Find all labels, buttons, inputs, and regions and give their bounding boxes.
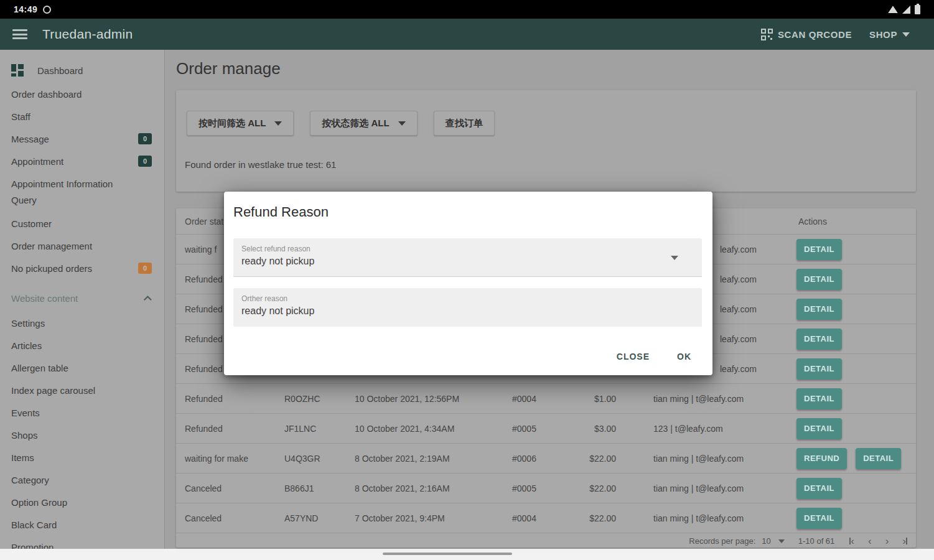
pagination-bar: Records per page: 10 1-10 of 61 ‹ ‹ › › [689, 536, 907, 546]
gesture-pill[interactable] [383, 553, 512, 555]
sidebar-item-category[interactable]: Category [0, 469, 164, 491]
detail-button[interactable]: DETAIL [796, 478, 842, 499]
refund-button[interactable]: REFUND [796, 448, 847, 469]
sidebar-item-order-dashboard[interactable]: Order dashboard [0, 83, 164, 105]
cell-price: $1.00 [568, 394, 616, 404]
sidebar-item-index-page-carousel[interactable]: Index page carousel [0, 379, 164, 401]
cell-status: Refunded [185, 394, 284, 404]
sidebar-item-events[interactable]: Events [0, 401, 164, 424]
sidebar-item-label: Dashboard [37, 65, 83, 76]
cell-cust: tian ming | t@leafy.com [616, 454, 790, 464]
cell-status: Canceled [185, 483, 284, 493]
cell-status: Canceled [185, 513, 284, 523]
cell-price: $22.00 [568, 483, 616, 493]
close-button[interactable]: CLOSE [617, 352, 650, 362]
detail-button[interactable]: DETAIL [796, 358, 842, 380]
cell-code: B866J1 [284, 483, 355, 493]
found-orders-text: Found order in westlake true test: 61 [185, 159, 336, 170]
sidebar-item-settings[interactable]: Settings [0, 312, 164, 334]
sidebar-item-allergen-table[interactable]: Allergen table [0, 357, 164, 379]
detail-button[interactable]: DETAIL [796, 418, 842, 439]
cell-date: 8 October 2021, 2:19AM [355, 454, 512, 464]
detail-button[interactable]: DETAIL [856, 448, 901, 469]
sidebar-item-promotion[interactable]: Promotion [0, 536, 164, 549]
sidebar-item-label: Shops [11, 430, 38, 441]
sidebar-item-black-card[interactable]: Black Card [0, 513, 164, 536]
per-page-value: 10 [762, 536, 770, 546]
status-filter-dropdown[interactable]: 按状态筛选 ALL [310, 111, 417, 136]
other-reason-value: ready not pickup [241, 306, 692, 317]
detail-button[interactable]: DETAIL [796, 239, 842, 260]
sidebar-item-website-content[interactable]: Website content [0, 284, 164, 312]
sidebar-item-label: Index page carousel [11, 385, 95, 396]
last-page-icon[interactable]: › [902, 536, 907, 546]
refund-reason-select[interactable]: Select refund reason ready not pickup [233, 238, 702, 277]
detail-button[interactable]: DETAIL [796, 299, 842, 320]
next-page-icon[interactable]: › [885, 536, 889, 546]
chevron-down-icon [902, 32, 910, 37]
sidebar-item-label: Allergen table [11, 363, 68, 373]
sidebar-item-label: Order dashboard [11, 89, 82, 100]
scan-qrcode-label: SCAN QRCODE [778, 29, 852, 40]
sidebar-item-items[interactable]: Items [0, 446, 164, 469]
sidebar-item-appointment[interactable]: Appointment0 [0, 150, 164, 172]
cell-code: R0OZHC [284, 394, 355, 404]
chevron-down-icon [274, 121, 282, 126]
cell-status: waiting for make [185, 454, 284, 464]
app-title: Truedan-admin [42, 27, 133, 42]
scan-qrcode-button[interactable]: SCAN QRCODE [761, 29, 852, 40]
column-header-actions: Actions [796, 217, 827, 226]
app-header: Truedan-admin SCAN QRCODE SHOP [0, 19, 934, 50]
chevron-down-icon [778, 539, 785, 543]
shop-label: SHOP [869, 29, 897, 40]
cell-signal-icon [902, 6, 910, 14]
cell-price: $3.00 [568, 424, 616, 434]
detail-button[interactable]: DETAIL [796, 388, 842, 409]
cell-price: $22.00 [568, 513, 616, 523]
detail-button[interactable]: DETAIL [796, 508, 842, 529]
cell-status: Refunded [185, 424, 284, 434]
sidebar-item-label: Articles [11, 340, 42, 351]
detail-button[interactable]: DETAIL [796, 269, 842, 290]
cell-num: #0005 [512, 483, 568, 493]
shop-menu-button[interactable]: SHOP [869, 29, 910, 40]
sidebar-item-label: Staff [11, 111, 30, 122]
cell-cust: tian ming | t@leafy.com [616, 513, 790, 523]
cell-date: 10 October 2021, 12:56PM [355, 394, 512, 404]
other-reason-label: Orther reason [241, 294, 692, 303]
first-page-icon[interactable]: ‹ [849, 536, 854, 546]
time-filter-label: 按时间筛选 ALL [198, 118, 266, 129]
sidebar-item-appointment-information-query[interactable]: Appointment Information Query [0, 172, 164, 212]
sidebar-item-customer[interactable]: Customer [0, 212, 164, 235]
sidebar-item-label: Customer [11, 218, 52, 229]
other-reason-field[interactable]: Orther reason ready not pickup [233, 288, 702, 327]
sidebar-item-label: Black Card [11, 520, 57, 530]
sidebar-item-message[interactable]: Message0 [0, 128, 164, 150]
sidebar-item-label: Option Group [11, 497, 67, 508]
time-filter-dropdown[interactable]: 按时间筛选 ALL [187, 111, 294, 136]
per-page-select[interactable]: 10 [762, 536, 784, 546]
table-row: CanceledB866J18 October 2021, 2:16AM#000… [176, 474, 916, 503]
ok-button[interactable]: OK [677, 352, 691, 362]
search-orders-button[interactable]: 查找订单 [434, 111, 495, 136]
menu-icon[interactable] [12, 29, 27, 39]
previous-page-icon[interactable]: ‹ [868, 536, 872, 546]
sidebar-item-staff[interactable]: Staff [0, 105, 164, 128]
sidebar-item-dashboard[interactable]: Dashboard [0, 58, 164, 83]
table-row: RefundedJF1LNC10 October 2021, 4:34AM#00… [176, 414, 916, 444]
sidebar-item-shops[interactable]: Shops [0, 424, 164, 446]
cell-cust: tian ming | t@leafy.com [616, 394, 790, 404]
sidebar-item-label: Order management [11, 241, 92, 251]
sidebar-item-order-management[interactable]: Order management [0, 235, 164, 257]
table-row: CanceledA57YND7 October 2021, 9:4PM#0004… [176, 503, 916, 533]
sidebar-item-no-pickuped-orders[interactable]: No pickuped orders0 [0, 257, 164, 279]
cell-code: JF1LNC [284, 424, 355, 434]
detail-button[interactable]: DETAIL [796, 329, 842, 350]
gesture-nav-area [0, 549, 934, 560]
cell-num: #0004 [512, 513, 568, 523]
sidebar-item-option-group[interactable]: Option Group [0, 491, 164, 513]
alarm-icon [43, 6, 51, 14]
battery-icon [915, 5, 920, 14]
qrcode-icon [761, 29, 773, 40]
sidebar-item-articles[interactable]: Articles [0, 334, 164, 357]
